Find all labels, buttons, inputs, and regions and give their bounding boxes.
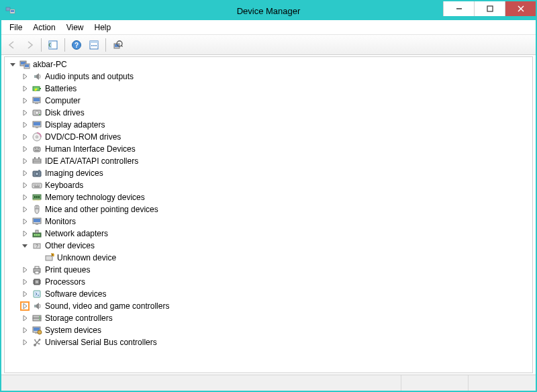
expander-icon[interactable]: [21, 157, 29, 165]
toolbar-separator: [64, 38, 65, 52]
tree-item[interactable]: Computer: [5, 95, 532, 107]
expander-icon[interactable]: [21, 169, 29, 177]
display-icon: [32, 119, 42, 130]
tree-item[interactable]: Unknown device: [5, 252, 532, 264]
tree-item[interactable]: Memory technology devices: [5, 191, 532, 203]
printer-icon: [32, 264, 42, 275]
expander-icon[interactable]: [21, 230, 29, 238]
toolbar-console-tree-button[interactable]: [45, 37, 61, 53]
expander-icon[interactable]: [21, 314, 29, 322]
app-icon: [5, 5, 16, 16]
expander-icon[interactable]: [21, 193, 29, 201]
expander-icon[interactable]: [21, 217, 29, 226]
status-cell: [469, 375, 536, 391]
monitor-icon: [32, 216, 42, 227]
expander-icon[interactable]: [21, 205, 29, 213]
expander-icon[interactable]: [21, 72, 29, 81]
tree-item-label: Imaging devices: [45, 168, 103, 178]
expander-icon[interactable]: [21, 326, 29, 334]
tree-item-label: IDE ATA/ATAPI controllers: [45, 156, 138, 166]
tree-item-label: Audio inputs and outputs: [45, 72, 134, 81]
toolbar-back-button[interactable]: [4, 37, 20, 53]
window-controls: [443, 1, 536, 20]
menu-file[interactable]: File: [4, 21, 28, 34]
menu-action[interactable]: Action: [28, 21, 60, 34]
toolbar-help-button[interactable]: ?: [68, 37, 85, 53]
status-cell: [401, 375, 469, 391]
toolbar-forward-button[interactable]: [21, 37, 38, 53]
unknown-icon: [44, 252, 54, 263]
toolbar-scan-button[interactable]: [109, 37, 126, 53]
tree-item[interactable]: Keyboards: [5, 179, 532, 191]
tree-item[interactable]: Print queues: [5, 264, 532, 276]
tree-item-label: Disk drives: [45, 108, 85, 117]
tree-item[interactable]: Processors: [5, 276, 532, 288]
device-tree[interactable]: akbar-PC Audio inputs and outputsBatteri…: [4, 56, 533, 373]
tree-item-label: Batteries: [45, 84, 77, 93]
tree-item[interactable]: Disk drives: [5, 107, 532, 119]
expander-icon[interactable]: [9, 60, 17, 68]
tree-item[interactable]: System devices: [5, 324, 532, 336]
tree-item[interactable]: Imaging devices: [5, 167, 532, 179]
system-icon: [32, 325, 42, 336]
tree-item-label: Sound, video and game controllers: [45, 301, 169, 311]
tree-item[interactable]: Other devices: [5, 240, 532, 252]
tree-item-label: Universal Serial Bus controllers: [45, 338, 157, 347]
expander-icon[interactable]: [21, 242, 29, 250]
menu-help[interactable]: Help: [89, 21, 117, 34]
tree-item[interactable]: Sound, video and game controllers: [5, 300, 532, 312]
close-button[interactable]: [505, 1, 536, 16]
disk-icon: [32, 107, 42, 118]
expander-icon[interactable]: [21, 145, 29, 153]
menu-view[interactable]: View: [61, 21, 89, 34]
software-icon: [32, 289, 42, 299]
svg-point-14: [93, 45, 95, 46]
tree-item-label: Software devices: [45, 289, 106, 299]
expander-icon[interactable]: [21, 181, 29, 189]
computer-root-icon: [19, 59, 30, 70]
tree-item[interactable]: Network adapters: [5, 228, 532, 240]
tree-item-label: Storage controllers: [45, 313, 113, 323]
maximize-button[interactable]: [474, 1, 505, 16]
expander-icon[interactable]: [21, 85, 29, 93]
battery-icon: [32, 83, 42, 94]
status-cell: [1, 375, 401, 391]
tree-item-label: Other devices: [45, 241, 95, 250]
svg-text:?: ?: [75, 42, 79, 49]
tree-item[interactable]: Display adapters: [5, 119, 532, 131]
expander-icon[interactable]: [21, 266, 29, 274]
ide-icon: [32, 156, 42, 166]
expander-icon[interactable]: [21, 338, 29, 346]
expander-icon[interactable]: [21, 302, 29, 310]
speaker-icon: [32, 301, 42, 311]
speaker-icon: [32, 71, 42, 82]
tree-item[interactable]: Batteries: [5, 83, 532, 95]
expander-icon[interactable]: [21, 121, 29, 129]
svg-rect-0: [6, 7, 10, 11]
tree-item[interactable]: IDE ATA/ATAPI controllers: [5, 155, 532, 167]
minimize-button[interactable]: [443, 1, 474, 16]
toolbar-action-menu-button[interactable]: [86, 37, 102, 53]
tree-item[interactable]: DVD/CD-ROM drives: [5, 131, 532, 143]
tree-item[interactable]: Monitors: [5, 215, 532, 228]
tree-item[interactable]: Software devices: [5, 288, 532, 300]
svg-rect-23: [25, 64, 29, 67]
tree-item-label: Keyboards: [45, 181, 83, 190]
expander-icon[interactable]: [21, 278, 29, 286]
tree-item[interactable]: Mice and other pointing devices: [5, 203, 532, 215]
expander-icon[interactable]: [21, 109, 29, 117]
tree-root[interactable]: akbar-PC: [5, 58, 532, 70]
svg-rect-2: [11, 10, 14, 12]
device-manager-window: Device Manager File Action View Help: [0, 0, 537, 392]
tree-item[interactable]: Storage controllers: [5, 312, 532, 324]
tree-item[interactable]: Audio inputs and outputs: [5, 70, 532, 83]
expander-icon[interactable]: [21, 290, 29, 298]
tree-item[interactable]: Human Interface Devices: [5, 143, 532, 155]
tree-item-label: Network adapters: [45, 229, 108, 238]
expander-icon[interactable]: [21, 133, 29, 141]
svg-rect-12: [90, 41, 98, 43]
expander-icon[interactable]: [21, 97, 29, 105]
tree-item-label: Mice and other pointing devices: [45, 205, 158, 214]
keyboard-icon: [32, 180, 42, 191]
tree-item[interactable]: Universal Serial Bus controllers: [5, 336, 532, 348]
